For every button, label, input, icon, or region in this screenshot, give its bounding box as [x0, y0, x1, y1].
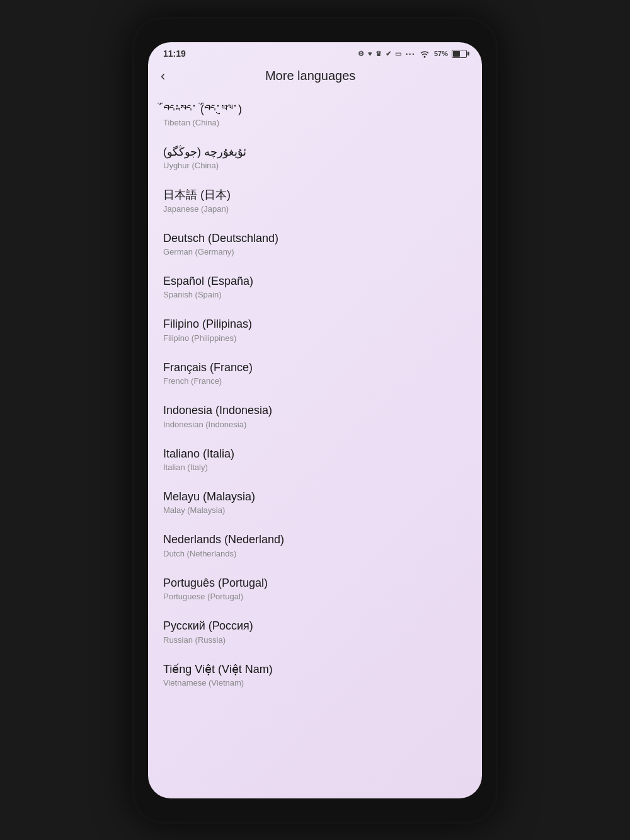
- check-icon: ✔: [386, 50, 391, 58]
- language-english-name: Spanish (Spain): [163, 290, 467, 299]
- phone-frame: 11:19 ⚙ ♥ ♛ ✔ ▭ ··· 57%: [132, 17, 498, 824]
- language-list[interactable]: བོད་སྐད་ (བོད་ཡུལ་)Tibetan (China)ئۇيغۇر…: [148, 93, 482, 798]
- list-item[interactable]: Deutsch (Deutschland)German (Germany): [163, 222, 467, 265]
- language-native-name: Melayu (Malaysia): [163, 490, 467, 504]
- sim-icon: ▭: [395, 50, 401, 58]
- language-english-name: Portuguese (Portugal): [163, 592, 467, 601]
- list-item[interactable]: བོད་སྐད་ (བོད་ཡུལ་)Tibetan (China): [163, 93, 467, 136]
- language-english-name: Uyghur (China): [163, 161, 467, 170]
- phone-screen: 11:19 ⚙ ♥ ♛ ✔ ▭ ··· 57%: [148, 42, 482, 798]
- language-english-name: Tibetan (China): [163, 118, 467, 127]
- battery-fill: [453, 51, 460, 57]
- language-native-name: Italiano (Italia): [163, 447, 467, 461]
- notification-icon: ⚙: [358, 50, 364, 58]
- language-native-name: Español (España): [163, 274, 467, 289]
- status-bar: 11:19 ⚙ ♥ ♛ ✔ ▭ ··· 57%: [148, 42, 482, 63]
- list-item[interactable]: Indonesia (Indonesia)Indonesian (Indones…: [163, 394, 467, 437]
- more-icon: ···: [405, 49, 415, 59]
- page-title: More languages: [175, 69, 445, 83]
- list-item[interactable]: Melayu (Malaysia)Malay (Malaysia): [163, 481, 467, 524]
- top-nav: ‹ More languages: [148, 63, 482, 93]
- list-item[interactable]: Français (France)French (France): [163, 352, 467, 394]
- language-english-name: Vietnamese (Vietnam): [163, 678, 467, 688]
- language-english-name: Japanese (Japan): [163, 204, 467, 214]
- battery-percent: 57%: [434, 50, 448, 57]
- list-item[interactable]: Tiếng Việt (Việt Nam)Vietnamese (Vietnam…: [163, 653, 467, 696]
- crown-icon: ♛: [375, 50, 382, 58]
- security-icon: ♥: [368, 50, 372, 57]
- list-item[interactable]: 日本語 (日本)Japanese (Japan): [163, 179, 467, 222]
- list-item[interactable]: Español (España)Spanish (Spain): [163, 265, 467, 308]
- language-english-name: French (France): [163, 376, 467, 386]
- list-item[interactable]: Русский (Россия)Russian (Russia): [163, 610, 467, 653]
- language-native-name: Português (Portugal): [163, 576, 467, 590]
- language-native-name: Filipino (Pilipinas): [163, 317, 467, 331]
- wifi-icon: [419, 49, 430, 58]
- language-native-name: Русский (Россия): [163, 619, 467, 633]
- list-item[interactable]: ئۇيغۇرچە (جوڭگو)Uyghur (China): [163, 136, 467, 179]
- language-native-name: Tiếng Việt (Việt Nam): [163, 662, 467, 677]
- language-native-name: ئۇيغۇرچە (جوڭگو): [163, 145, 467, 159]
- language-english-name: Italian (Italy): [163, 463, 467, 472]
- language-native-name: Indonesia (Indonesia): [163, 403, 467, 418]
- language-english-name: German (Germany): [163, 247, 467, 256]
- list-item[interactable]: Nederlands (Nederland)Dutch (Netherlands…: [163, 524, 467, 567]
- battery-icon: [452, 50, 467, 58]
- list-item[interactable]: Português (Portugal)Portuguese (Portugal…: [163, 567, 467, 610]
- language-native-name: Nederlands (Nederland): [163, 532, 467, 547]
- language-english-name: Malay (Malaysia): [163, 505, 467, 515]
- status-time: 11:19: [163, 49, 186, 59]
- language-english-name: Russian (Russia): [163, 635, 467, 645]
- language-english-name: Dutch (Netherlands): [163, 549, 467, 558]
- list-item[interactable]: Filipino (Pilipinas)Filipino (Philippine…: [163, 308, 467, 351]
- status-right-icons: ⚙ ♥ ♛ ✔ ▭ ··· 57%: [358, 49, 467, 59]
- language-native-name: བོད་སྐད་ (བོད་ཡུལ་): [163, 102, 467, 117]
- language-native-name: Français (France): [163, 360, 467, 375]
- back-button[interactable]: ‹: [161, 68, 165, 84]
- language-native-name: 日本語 (日本): [163, 188, 467, 202]
- language-native-name: Deutsch (Deutschland): [163, 231, 467, 246]
- language-english-name: Indonesian (Indonesia): [163, 420, 467, 429]
- language-english-name: Filipino (Philippines): [163, 333, 467, 343]
- list-item[interactable]: Italiano (Italia)Italian (Italy): [163, 438, 467, 481]
